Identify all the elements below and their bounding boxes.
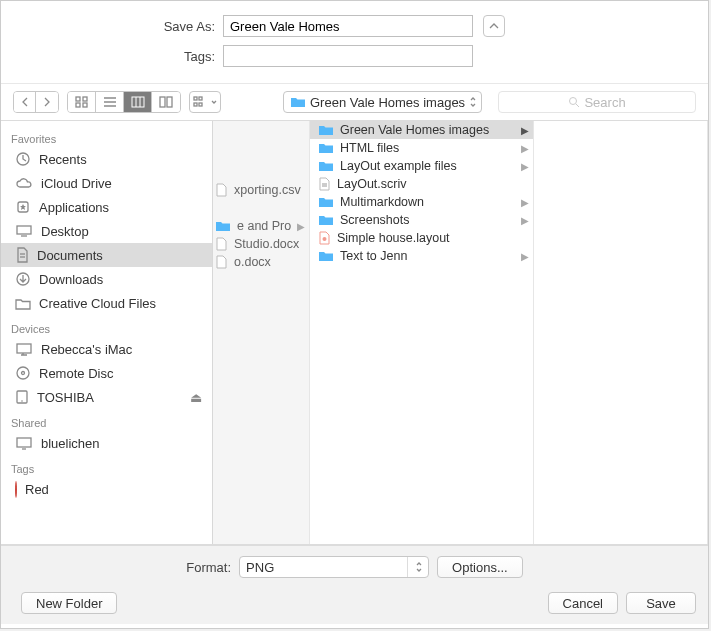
chevron-right-icon: ▶ (297, 221, 305, 232)
chevron-right-icon (43, 97, 51, 107)
file-row[interactable]: Multimarkdown▶ (310, 193, 533, 211)
chevron-right-icon: ▶ (521, 125, 529, 136)
new-folder-button[interactable]: New Folder (21, 592, 117, 614)
file-row[interactable]: Simple house.layout (310, 229, 533, 247)
path-dropdown[interactable]: Green Vale Homes images (283, 91, 482, 113)
svg-point-33 (323, 237, 327, 241)
doc-icon (15, 247, 29, 263)
display-icon (15, 436, 33, 450)
path-label: Green Vale Homes images (310, 95, 465, 110)
file-row[interactable]: Text to Jenn▶ (310, 247, 533, 265)
chevron-down-icon (211, 98, 217, 106)
sidebar-item[interactable]: Remote Disc (1, 361, 212, 385)
sidebar-item[interactable]: Applications (1, 195, 212, 219)
updown-icon (469, 96, 477, 108)
forward-button[interactable] (36, 92, 58, 112)
format-select[interactable]: PNG (239, 556, 429, 578)
save-dialog: Save As: Tags: Green Vale Home (0, 0, 709, 629)
sidebar-item[interactable]: Recents (1, 147, 212, 171)
sidebar-item[interactable]: TOSHIBA⏏ (1, 385, 212, 409)
search-input[interactable]: Search (498, 91, 696, 113)
file-row[interactable]: e and Pro▶ (213, 217, 309, 235)
sidebar-section-header: Tags (1, 455, 212, 477)
svg-rect-32 (322, 183, 327, 187)
file-row[interactable]: Studio.docx (213, 235, 309, 253)
svg-line-17 (576, 104, 579, 107)
file-label: Text to Jenn (340, 249, 407, 263)
svg-rect-1 (83, 97, 87, 101)
svg-point-16 (570, 98, 577, 105)
view-columns-button[interactable] (124, 92, 152, 112)
format-label: Format: (186, 560, 231, 575)
app-icon (15, 199, 31, 215)
tag-icon (15, 482, 17, 497)
options-button[interactable]: Options... (437, 556, 523, 578)
disc-icon (15, 365, 31, 381)
sidebar-item-label: Recents (39, 152, 87, 167)
save-button[interactable]: Save (626, 592, 696, 614)
desktop-icon (15, 224, 33, 238)
sidebar-item[interactable]: Creative Cloud Files (1, 291, 212, 315)
sidebar-item-label: Creative Cloud Files (39, 296, 156, 311)
file-label: LayOut example files (340, 159, 457, 173)
chevron-up-icon (489, 21, 499, 31)
top-form: Save As: Tags: (1, 1, 708, 83)
chevron-right-icon: ▶ (521, 143, 529, 154)
updown-icon (415, 561, 423, 573)
chevron-right-icon: ▶ (521, 197, 529, 208)
grid-icon (75, 96, 89, 108)
sidebar-item-label: Downloads (39, 272, 103, 287)
sidebar-item[interactable]: bluelichen (1, 431, 212, 455)
sidebar-item[interactable]: Red (1, 477, 212, 501)
group-options-button[interactable] (189, 91, 221, 113)
sidebar-item-label: Documents (37, 248, 103, 263)
file-row[interactable]: Screenshots▶ (310, 211, 533, 229)
file-label: xporting.csv (234, 183, 301, 197)
svg-rect-7 (132, 97, 144, 107)
file-label: o.docx (234, 255, 271, 269)
file-row[interactable]: o.docx (213, 253, 309, 271)
collapse-button[interactable] (483, 15, 505, 37)
file-row[interactable]: xporting.csv (213, 181, 309, 199)
sidebar-item-label: Red (25, 482, 49, 497)
folder-icon (15, 297, 31, 310)
column-1: xporting.csve and Pro▶Studio.docxo.docx (213, 121, 310, 544)
imac-icon (15, 342, 33, 357)
sidebar-item[interactable]: Desktop (1, 219, 212, 243)
svg-rect-25 (17, 344, 31, 353)
file-row[interactable] (213, 199, 309, 217)
sidebar-item[interactable]: iCloud Drive (1, 171, 212, 195)
svg-rect-15 (199, 103, 202, 106)
format-value: PNG (246, 560, 274, 575)
bottom-bar: Format: PNG Options... New Folder Cancel… (1, 545, 708, 624)
search-icon (568, 96, 580, 108)
back-button[interactable] (14, 92, 36, 112)
file-row[interactable]: LayOut example files▶ (310, 157, 533, 175)
view-gallery-button[interactable] (152, 92, 180, 112)
sidebar-item-label: iCloud Drive (41, 176, 112, 191)
search-placeholder: Search (584, 95, 625, 110)
view-icons-button[interactable] (68, 92, 96, 112)
view-mode-segmented (67, 91, 181, 113)
sidebar: FavoritesRecentsiCloud DriveApplications… (1, 121, 213, 544)
sidebar-item[interactable]: Documents (1, 243, 212, 267)
chevron-right-icon: ▶ (521, 161, 529, 172)
clock-icon (15, 151, 31, 167)
tags-input[interactable] (223, 45, 473, 67)
svg-point-29 (21, 400, 23, 402)
file-label: Multimarkdown (340, 195, 424, 209)
save-as-label: Save As: (1, 19, 223, 34)
view-list-button[interactable] (96, 92, 124, 112)
file-row[interactable]: LayOut.scriv (310, 175, 533, 193)
save-as-input[interactable] (223, 15, 473, 37)
svg-rect-14 (199, 97, 202, 100)
chevron-right-icon: ▶ (521, 251, 529, 262)
file-row[interactable]: HTML files▶ (310, 139, 533, 157)
cancel-button[interactable]: Cancel (548, 592, 618, 614)
sidebar-item[interactable]: Rebecca's iMac (1, 337, 212, 361)
sidebar-item[interactable]: Downloads (1, 267, 212, 291)
file-row[interactable]: Green Vale Homes images▶ (310, 121, 533, 139)
eject-icon[interactable]: ⏏ (190, 390, 202, 405)
cloud-icon (15, 176, 33, 190)
sidebar-section-header: Shared (1, 409, 212, 431)
